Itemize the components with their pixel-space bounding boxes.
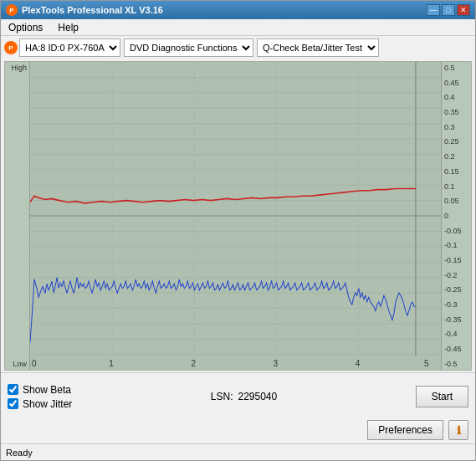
y-left-high: High (5, 64, 29, 72)
drive-icon: P (4, 41, 18, 54)
menu-help[interactable]: Help (54, 21, 83, 34)
test-dropdown[interactable]: Q-Check Beta/Jitter Test (257, 38, 379, 57)
y-right-4: 0.3 (442, 123, 471, 131)
title-controls: — □ ✕ (427, 4, 470, 16)
window-title: PlexTools Professional XL V3.16 (22, 5, 163, 15)
lsn-value: 2295040 (238, 391, 277, 402)
bottom-panel: Show Beta Show Jitter LSN: 2295040 Start… (1, 372, 475, 443)
y-right-19: -0.45 (442, 345, 471, 353)
lsn-label: LSN: (211, 391, 233, 402)
show-jitter-label: Show Jitter (23, 398, 72, 410)
svg-text:1: 1 (109, 358, 114, 367)
y-right-9: 0.05 (442, 197, 471, 205)
show-jitter-checkbox[interactable] (8, 398, 18, 409)
y-right-5: 0.25 (442, 137, 471, 146)
app-icon: P (6, 4, 18, 16)
bottom-top-row: Show Beta Show Jitter LSN: 2295040 Start (8, 376, 468, 417)
y-right-1: 0.45 (442, 79, 471, 87)
chart-area: High Low (4, 61, 472, 371)
y-left-low: Low (5, 360, 29, 368)
y-right-15: -0.25 (442, 285, 471, 294)
minimize-button[interactable]: — (427, 4, 440, 16)
status-text: Ready (6, 448, 33, 458)
svg-text:3: 3 (274, 358, 279, 367)
status-bar: Ready (1, 443, 475, 460)
y-right-10: 0 (442, 212, 471, 220)
start-button[interactable]: Start (416, 386, 468, 407)
y-right-20: -0.5 (442, 360, 471, 368)
main-window: P PlexTools Professional XL V3.16 — □ ✕ … (0, 0, 476, 461)
y-right-16: -0.3 (442, 300, 471, 309)
title-bar: P PlexTools Professional XL V3.16 — □ ✕ (1, 1, 475, 19)
y-right-3: 0.35 (442, 108, 471, 116)
bottom-second-row: Preferences ℹ (8, 420, 468, 440)
y-right-11: -0.05 (442, 227, 471, 235)
y-right-14: -0.2 (442, 271, 471, 279)
drive-dropdown[interactable]: HA:8 ID:0 PX-760A (19, 38, 120, 57)
preferences-button[interactable]: Preferences (367, 420, 443, 440)
y-right-18: -0.4 (442, 330, 471, 338)
close-button[interactable]: ✕ (457, 4, 470, 16)
y-right-6: 0.2 (442, 152, 471, 161)
title-bar-left: P PlexTools Professional XL V3.16 (6, 4, 163, 16)
drive-selector: P HA:8 ID:0 PX-760A (4, 38, 120, 57)
show-beta-label: Show Beta (23, 384, 71, 396)
show-beta-checkbox[interactable] (8, 384, 18, 395)
y-right-13: -0.15 (442, 256, 471, 264)
lsn-area: LSN: 2295040 (211, 391, 277, 402)
y-axis-left: High Low (5, 62, 30, 370)
info-button[interactable]: ℹ (448, 420, 468, 440)
y-axis-right: 0.5 0.45 0.4 0.35 0.3 0.25 0.2 0.15 0.1 … (441, 62, 471, 370)
checkboxes: Show Beta Show Jitter (8, 384, 72, 410)
y-right-0: 0.5 (442, 64, 471, 72)
svg-text:2: 2 (191, 358, 196, 367)
menu-options[interactable]: Options (4, 21, 47, 34)
y-right-12: -0.1 (442, 241, 471, 249)
toolbar: P HA:8 ID:0 PX-760A DVD Diagnostic Funct… (1, 36, 475, 59)
function-dropdown[interactable]: DVD Diagnostic Functions (124, 38, 253, 57)
y-right-17: -0.35 (442, 315, 471, 324)
svg-text:5: 5 (424, 358, 429, 367)
y-right-2: 0.4 (442, 93, 471, 101)
svg-text:0: 0 (32, 358, 37, 367)
svg-text:4: 4 (356, 358, 361, 367)
y-right-7: 0.15 (442, 167, 471, 176)
chart-svg: 0 1 2 3 4 5 (30, 62, 441, 370)
menu-bar: Options Help (1, 19, 475, 36)
y-right-8: 0.1 (442, 182, 471, 191)
maximize-button[interactable]: □ (442, 4, 455, 16)
show-jitter-row: Show Jitter (8, 398, 72, 410)
show-beta-row: Show Beta (8, 384, 72, 396)
chart-main: 0 1 2 3 4 5 (30, 62, 441, 370)
